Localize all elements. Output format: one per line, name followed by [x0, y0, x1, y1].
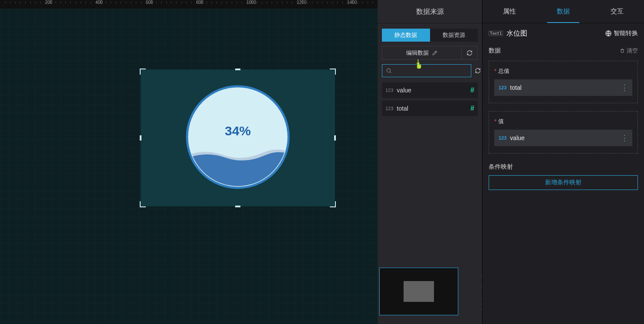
tab-interaction[interactable]: 交互 [590, 0, 644, 23]
field-item[interactable]: 123total# [382, 101, 478, 116]
bound-field-chip[interactable]: 123value⋮ [494, 130, 632, 146]
chip-menu-icon[interactable]: ⋮ [621, 85, 628, 90]
tab-data[interactable]: 数据 [536, 0, 590, 23]
add-condition-mapping-button[interactable]: 新增条件映射 [489, 175, 638, 190]
properties-panel: 属性 数据 交互 Text1 水位图 智能转换 数据 清空 *总值123tota… [483, 0, 644, 324]
selection-handle[interactable] [235, 206, 240, 207]
selection-handle[interactable] [334, 135, 336, 141]
widget-title: 水位图 [506, 29, 605, 38]
tab-attributes[interactable]: 属性 [483, 0, 536, 23]
field-drop-zone[interactable]: *值123value⋮ [489, 111, 638, 154]
field-type-badge: 123 [499, 85, 506, 90]
thumbnail-preview [404, 281, 434, 302]
chip-menu-icon[interactable]: ⋮ [621, 136, 628, 140]
chart-percent-label: 34% [184, 124, 292, 138]
refresh-button[interactable] [462, 46, 477, 59]
bound-field-chip[interactable]: 123total⋮ [494, 79, 632, 96]
field-name: value [510, 134, 621, 141]
data-source-mode-segment: 静态数据 数据资源 [382, 29, 478, 42]
property-tabs: 属性 数据 交互 [483, 0, 644, 23]
field-type-badge: 123 [385, 88, 393, 93]
field-name: total [510, 84, 621, 91]
search-icon [386, 68, 392, 74]
data-section-title: 数据 [489, 47, 620, 55]
clear-button[interactable]: 清空 [620, 47, 638, 55]
trash-icon [620, 48, 625, 53]
hash-icon: # [470, 86, 474, 94]
design-canvas[interactable]: 34% [0, 9, 378, 324]
edit-data-label: 编辑数据 [406, 49, 429, 56]
field-type-badge: 123 [385, 106, 393, 111]
condition-mapping-title: 条件映射 [483, 161, 644, 175]
field-name: total [397, 105, 470, 112]
selection-handle[interactable] [140, 69, 146, 75]
field-item[interactable]: 123value# [382, 82, 478, 98]
field-type-badge: 123 [499, 135, 506, 141]
pencil-icon [432, 47, 437, 60]
liquid-fill-chart: 34% [184, 83, 292, 193]
smart-convert-label: 智能转换 [614, 29, 638, 37]
tab-data-resource[interactable]: 数据资源 [430, 29, 478, 42]
selection-handle[interactable] [330, 69, 336, 75]
svg-point-4 [387, 69, 390, 72]
globe-icon [605, 30, 612, 37]
refresh-fields-button[interactable] [475, 64, 481, 77]
hash-icon: # [470, 105, 474, 112]
selection-handle[interactable] [235, 69, 240, 70]
selection-handle[interactable] [140, 135, 141, 141]
data-source-title: 数据来源 [378, 0, 482, 23]
field-search-input-wrap [382, 64, 471, 77]
field-drop-zone[interactable]: *总值123total⋮ [489, 61, 638, 103]
widget-type-badge: Text1 [489, 31, 503, 36]
refresh-icon [475, 68, 481, 74]
field-name: value [397, 87, 470, 94]
svg-line-5 [390, 72, 391, 73]
field-list: 123value#123total# [382, 82, 478, 116]
selected-widget[interactable]: 34% [141, 69, 335, 206]
smart-convert-button[interactable]: 智能转换 [605, 29, 638, 37]
tab-static-data[interactable]: 静态数据 [382, 29, 430, 42]
frame-thumbnail[interactable] [379, 268, 458, 315]
clear-label: 清空 [627, 47, 638, 55]
horizontal-ruler: 200400600800100012001400 [0, 0, 378, 9]
refresh-icon [467, 50, 473, 56]
field-search-input[interactable] [394, 68, 467, 74]
drop-zone-label: *总值 [494, 67, 632, 75]
edit-data-button[interactable]: 编辑数据 [382, 46, 462, 59]
selection-handle[interactable] [330, 201, 336, 207]
selection-handle[interactable] [140, 201, 146, 207]
drop-zone-label: *值 [494, 118, 632, 125]
